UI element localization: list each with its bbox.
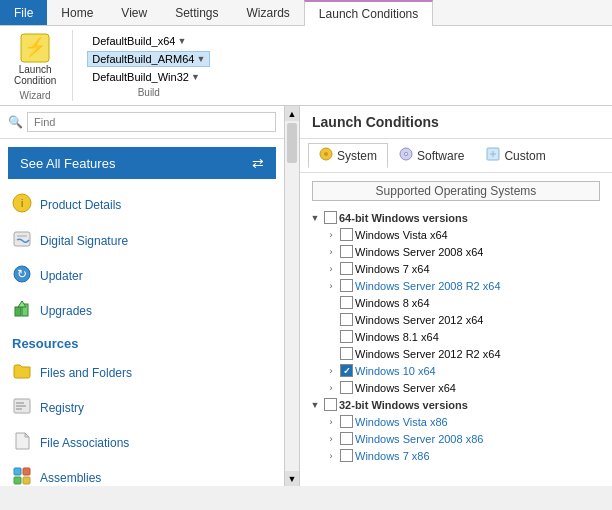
svg-text:↻: ↻ — [17, 267, 27, 281]
tab-launch-conditions[interactable]: Launch Conditions — [304, 0, 433, 26]
build-item-x64-label: DefaultBuild_x64 — [92, 35, 175, 47]
tree-checkbox-vista-x86[interactable] — [340, 415, 353, 428]
tree-label-win7-x86: Windows 7 x86 — [355, 450, 430, 462]
tree-checkbox-serverx64[interactable] — [340, 381, 353, 394]
nav-item-files-and-folders[interactable]: Files and Folders — [0, 355, 284, 390]
svg-text:i: i — [21, 198, 23, 209]
tab-view[interactable]: View — [107, 0, 161, 25]
tree-checkbox-server2012r2-x64[interactable] — [340, 347, 353, 360]
tree-checkbox-server2008-x64[interactable] — [340, 245, 353, 258]
tree-label-server2008-x86: Windows Server 2008 x86 — [355, 433, 483, 445]
scroll-up-arrow[interactable]: ▲ — [285, 106, 299, 121]
tree-item-win10-x64[interactable]: › ✓ Windows 10 x64 — [300, 362, 612, 379]
nav-item-product-details[interactable]: i Product Details — [0, 187, 284, 223]
search-box: 🔍 — [0, 106, 284, 139]
tree-item-server2012-x64[interactable]: Windows Server 2012 x64 — [300, 311, 612, 328]
scroll-track — [285, 121, 299, 471]
tab-settings[interactable]: Settings — [161, 0, 232, 25]
see-all-features-button[interactable]: See All Features ⇄ — [8, 147, 276, 179]
tree-checkbox-vista-x64[interactable] — [340, 228, 353, 241]
build-item-win32[interactable]: DefaultBuild_Win32 ▼ — [87, 69, 210, 85]
tree-item-win7-x86[interactable]: › Windows 7 x86 — [300, 447, 612, 464]
ribbon: File Home View Settings Wizards Launch C… — [0, 0, 612, 106]
tree-expand-server2008-x64: › — [324, 247, 338, 257]
updater-icon: ↻ — [12, 264, 32, 287]
tree-item-server2008-x64[interactable]: › Windows Server 2008 x64 — [300, 243, 612, 260]
tree-checkbox-server2012-x64[interactable] — [340, 313, 353, 326]
tree-checkbox-win10-x64[interactable]: ✓ — [340, 364, 353, 377]
tree-item-win8-x64[interactable]: Windows 8 x64 — [300, 294, 612, 311]
launch-condition-button[interactable]: ⚡ LaunchCondition — [8, 30, 62, 88]
svg-rect-15 — [14, 468, 21, 475]
tree-checkbox-win8-x64[interactable] — [340, 296, 353, 309]
product-details-label: Product Details — [40, 198, 121, 212]
tree-checkbox-win7-x64[interactable] — [340, 262, 353, 275]
tab-software[interactable]: Software — [388, 143, 475, 168]
tree-item-server2008r2-x64[interactable]: › Windows Server 2008 R2 x64 — [300, 277, 612, 294]
tree-item-vista-x86[interactable]: › Windows Vista x86 — [300, 413, 612, 430]
nav-item-assemblies[interactable]: Assemblies — [0, 460, 284, 495]
tree-expand-win7-x64: › — [324, 264, 338, 274]
launch-condition-icon: ⚡ — [19, 32, 51, 64]
tab-file[interactable]: File — [0, 0, 47, 25]
right-panel-tabs: System Software Custom — [300, 139, 612, 173]
tree-label-server2012-x64: Windows Server 2012 x64 — [355, 314, 483, 326]
custom-tab-label: Custom — [504, 149, 545, 163]
build-item-x64-arrow: ▼ — [177, 36, 186, 46]
build-item-arm64-label: DefaultBuild_ARM64 — [92, 53, 194, 65]
ribbon-tab-bar: File Home View Settings Wizards Launch C… — [0, 0, 612, 26]
build-item-arm64[interactable]: DefaultBuild_ARM64 ▼ — [87, 51, 210, 67]
nav-item-upgrades[interactable]: Upgrades — [0, 293, 284, 328]
tree-item-32bit-group[interactable]: ▼ 32-bit Windows versions — [300, 396, 612, 413]
ribbon-content-area: ⚡ LaunchCondition Wizard DefaultBuild_x6… — [0, 26, 612, 105]
files-and-folders-label: Files and Folders — [40, 366, 132, 380]
tree-checkbox-win81-x64[interactable] — [340, 330, 353, 343]
search-input[interactable] — [27, 112, 276, 132]
tree-item-win81-x64[interactable]: Windows 8.1 x64 — [300, 328, 612, 345]
tree-item-vista-x64[interactable]: › Windows Vista x64 — [300, 226, 612, 243]
tree-checkbox-server2008-x86[interactable] — [340, 432, 353, 445]
tree-expand-serverx64: › — [324, 383, 338, 393]
tab-custom[interactable]: Custom — [475, 143, 556, 168]
updater-label: Updater — [40, 269, 83, 283]
scroll-thumb[interactable] — [287, 123, 297, 163]
tree-checkbox-server2008r2-x64[interactable] — [340, 279, 353, 292]
tree-label-serverx64: Windows Server x64 — [355, 382, 456, 394]
tree-label-win10-x64: Windows 10 x64 — [355, 365, 436, 377]
tree-item-server2012r2-x64[interactable]: Windows Server 2012 R2 x64 — [300, 345, 612, 362]
tree-checkbox-64bit[interactable] — [324, 211, 337, 224]
tree-expand-vista-x86: › — [324, 417, 338, 427]
svg-rect-17 — [14, 477, 21, 484]
tree-label-32bit: 32-bit Windows versions — [339, 399, 468, 411]
tree-area[interactable]: ▼ 64-bit Windows versions › Windows Vist… — [300, 205, 612, 486]
tree-label-64bit: 64-bit Windows versions — [339, 212, 468, 224]
search-icon: 🔍 — [8, 115, 23, 129]
svg-rect-18 — [23, 477, 30, 484]
scroll-down-arrow[interactable]: ▼ — [285, 471, 299, 486]
tab-home[interactable]: Home — [47, 0, 107, 25]
left-panel-scrollbar[interactable]: ▲ ▼ — [285, 106, 300, 486]
svg-point-20 — [324, 152, 328, 156]
build-item-x64[interactable]: DefaultBuild_x64 ▼ — [87, 33, 210, 49]
right-panel: Launch Conditions System Software Custom — [300, 106, 612, 486]
nav-item-updater[interactable]: ↻ Updater — [0, 258, 284, 293]
main-layout: 🔍 See All Features ⇄ i Product Details D… — [0, 106, 612, 486]
tree-checkbox-win7-x86[interactable] — [340, 449, 353, 462]
nav-item-registry[interactable]: Registry — [0, 390, 284, 425]
file-associations-icon — [12, 431, 32, 454]
tree-item-server2008-x86[interactable]: › Windows Server 2008 x86 — [300, 430, 612, 447]
build-item-arm64-arrow: ▼ — [196, 54, 205, 64]
tree-checkbox-32bit[interactable] — [324, 398, 337, 411]
tree-item-win7-x64[interactable]: › Windows 7 x64 — [300, 260, 612, 277]
tab-wizards[interactable]: Wizards — [233, 0, 304, 25]
tree-item-64bit-group[interactable]: ▼ 64-bit Windows versions — [300, 209, 612, 226]
nav-item-digital-signature[interactable]: Digital Signature — [0, 223, 284, 258]
registry-icon — [12, 396, 32, 419]
tab-system[interactable]: System — [308, 143, 388, 168]
build-dropdown-group: DefaultBuild_x64 ▼ DefaultBuild_ARM64 ▼ … — [87, 33, 210, 85]
nav-item-file-associations[interactable]: File Associations — [0, 425, 284, 460]
build-item-win32-arrow: ▼ — [191, 72, 200, 82]
left-panel: 🔍 See All Features ⇄ i Product Details D… — [0, 106, 285, 486]
tree-item-serverx64[interactable]: › Windows Server x64 — [300, 379, 612, 396]
tree-label-server2012r2-x64: Windows Server 2012 R2 x64 — [355, 348, 501, 360]
